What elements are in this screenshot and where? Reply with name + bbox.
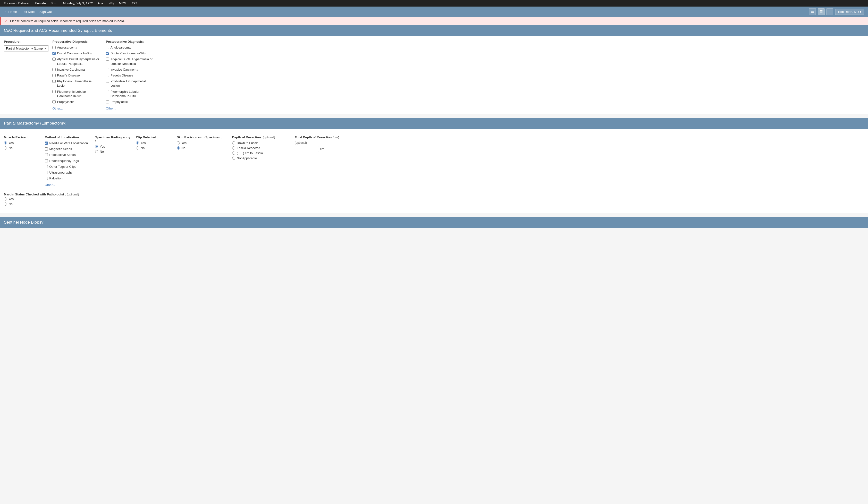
depth-cm-fascia: ( __ ) cm to Fascia [232, 151, 290, 155]
loc-other-tags-checkbox[interactable] [45, 165, 48, 168]
patient-name: Foreman, Deborah [4, 1, 30, 5]
alert-icon: ⚠ [5, 19, 8, 23]
depth-fascia-resected: Fascia Resected [232, 146, 290, 150]
patient-mrn-label: MRN: [119, 1, 127, 5]
postop-plc: Pleomorphic Lobular Carcinoma In-Situ [106, 90, 155, 98]
loc-palpation-checkbox[interactable] [45, 177, 48, 180]
alert-bar: ⚠ Please complete all required fields. I… [0, 17, 868, 25]
preop-dcis-checkbox[interactable] [52, 52, 55, 55]
postop-invasive-checkbox[interactable] [106, 68, 109, 71]
postop-prophylactic-checkbox[interactable] [106, 100, 109, 103]
muscle-no: No [4, 146, 40, 150]
postop-phyllodes-checkbox[interactable] [106, 80, 109, 83]
postop-dcis-checkbox[interactable] [106, 52, 109, 55]
depth-cm-fascia-radio[interactable] [232, 152, 235, 155]
muscle-yes-radio[interactable] [4, 141, 7, 144]
loc-ultra: Ultrasonography [45, 171, 90, 175]
preop-invasive-checkbox[interactable] [52, 68, 55, 71]
depth-resection-label: Depth of Resection: (optional) [232, 135, 290, 139]
alert-message: Please complete all required fields. Inc… [10, 19, 114, 23]
preop-angiosarcoma-checkbox[interactable] [52, 46, 55, 49]
home-link[interactable]: ← Home [4, 9, 17, 14]
margin-yes-radio[interactable] [4, 197, 7, 200]
loc-needle: Needle or Wire Localization [45, 141, 90, 145]
nav-left: ← Home Edit Note Sign Out [4, 9, 52, 14]
diagnosis-row: Procedure: Partial Mastectomy (Lump Preo… [4, 40, 864, 110]
procedure-select[interactable]: Partial Mastectomy (Lump [4, 45, 49, 51]
postop-other-link[interactable]: Other... [106, 106, 116, 110]
postop-prophylactic: Prophylactic [106, 100, 155, 104]
spec-rad-no-radio[interactable] [95, 150, 98, 153]
loc-radioactive-checkbox[interactable] [45, 153, 48, 156]
nav-right: ▭ ☰ ⁝ Rob Dean, MD ▾ [809, 8, 864, 15]
patient-dob-label: Born: [51, 1, 58, 5]
loc-ultra-checkbox[interactable] [45, 171, 48, 174]
clip-yes: Yes [136, 141, 172, 145]
preop-col: Preoperative Diagnosis: Angiosarcoma Duc… [52, 40, 106, 110]
specimen-rad-label: Specimen Radiography : [95, 135, 131, 143]
procedure-label: Procedure: [4, 40, 49, 43]
depth-fascia: Down to Fascia [232, 141, 290, 145]
skin-no-radio[interactable] [177, 146, 180, 150]
preop-dcis: Ductal Carcinoma In-Situ [52, 51, 102, 55]
depth-resection-col: Depth of Resection: (optional) Down to F… [232, 135, 293, 187]
depth-fascia-radio[interactable] [232, 141, 235, 144]
patient-age-label: Age: [97, 1, 104, 5]
spec-rad-yes: Yes [95, 145, 131, 148]
loc-radioactive: Radioactive Seeds [45, 153, 90, 157]
patient-bar: Foreman, Deborah Female Born: Monday, Ju… [0, 0, 868, 7]
edit-note-link[interactable]: Edit Note [21, 9, 35, 14]
clip-no-radio[interactable] [136, 146, 139, 150]
postop-plc-checkbox[interactable] [106, 90, 109, 93]
skin-yes-radio[interactable] [177, 141, 180, 144]
sign-out-link[interactable]: Sign Out [39, 9, 52, 14]
loc-palpation: Palpation [45, 176, 90, 181]
preop-paget-checkbox[interactable] [52, 74, 55, 77]
total-depth-optional: (optional) [295, 141, 340, 144]
preop-phyllodes: Phyllodes- Fibroepithelial Lesion [52, 79, 102, 88]
preop-plc-checkbox[interactable] [52, 90, 55, 93]
cm-unit-label: cm [320, 147, 324, 151]
view-list-button[interactable]: ☰ [818, 8, 825, 15]
alert-bold: in bold. [114, 19, 125, 23]
skin-no: No [177, 146, 227, 150]
patient-age: 48y [109, 1, 114, 5]
postop-paget-checkbox[interactable] [106, 74, 109, 77]
total-depth-input[interactable] [295, 146, 319, 152]
total-depth-label: Total Depth of Resection (cm): [295, 135, 340, 139]
lumpectomy-section-header: Partial Mastectomy (Lumpectomy) [0, 118, 868, 129]
clip-yes-radio[interactable] [136, 141, 139, 144]
lumpectomy-content: Muscle Excised : Yes No Method of Locali… [0, 129, 868, 213]
depth-fascia-resected-radio[interactable] [232, 146, 235, 150]
total-depth-input-row: cm [295, 146, 340, 152]
postop-adh-checkbox[interactable] [106, 58, 109, 61]
margin-no-radio[interactable] [4, 203, 7, 206]
depth-not-applicable-radio[interactable] [232, 157, 235, 160]
loc-radiofreq-checkbox[interactable] [45, 159, 48, 162]
loc-other-link[interactable]: Other... [45, 183, 55, 187]
postop-adh: Atypical Ductal Hyperplasia or Lobular N… [106, 57, 155, 66]
postop-invasive: Invasive Carcinoma [106, 68, 155, 72]
skin-excision-col: Skin Excision with Specimen : Yes No [177, 135, 230, 187]
loc-needle-checkbox[interactable] [45, 142, 48, 145]
view-single-button[interactable]: ▭ [809, 8, 816, 15]
loc-magnetic-checkbox[interactable] [45, 147, 48, 151]
loc-radiofreq: Radiofrequency Tags [45, 159, 90, 163]
procedure-col: Procedure: Partial Mastectomy (Lump [4, 40, 52, 110]
postop-paget: Paget's Disease [106, 73, 155, 78]
clip-no: No [136, 146, 172, 150]
preop-other-link[interactable]: Other... [52, 106, 63, 110]
spec-rad-yes-radio[interactable] [95, 145, 98, 148]
postop-angiosarcoma: Angiosarcoma [106, 45, 155, 50]
postop-angiosarcoma-checkbox[interactable] [106, 46, 109, 49]
loc-magnetic: Magnetic Seeds [45, 147, 90, 151]
muscle-no-radio[interactable] [4, 146, 7, 150]
specimen-rad-col: Specimen Radiography : Yes No [95, 135, 134, 187]
user-menu-button[interactable]: Rob Dean, MD ▾ [835, 9, 864, 15]
view-grid-button[interactable]: ⁝ [826, 8, 833, 15]
margin-yes: Yes [4, 197, 864, 201]
preop-prophylactic-checkbox[interactable] [52, 100, 55, 103]
preop-phyllodes-checkbox[interactable] [52, 80, 55, 83]
preop-adh-checkbox[interactable] [52, 58, 55, 61]
preop-prophylactic: Prophylactic [52, 100, 102, 104]
